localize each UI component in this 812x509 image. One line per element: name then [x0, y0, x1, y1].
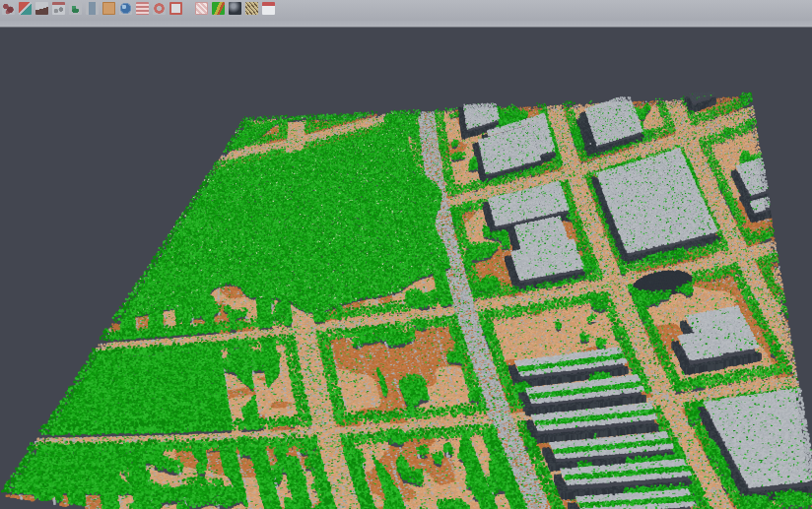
selection-brackets-icon[interactable] — [169, 2, 182, 15]
application-window — [0, 0, 812, 509]
contour-map-icon[interactable] — [245, 2, 258, 15]
3d-viewport[interactable] — [0, 28, 812, 509]
vegetation-class-icon[interactable] — [69, 2, 82, 15]
globe-icon[interactable] — [119, 2, 132, 15]
swap-colors-icon[interactable] — [19, 2, 32, 15]
viewport-container — [0, 28, 812, 509]
flag-icon[interactable] — [262, 2, 275, 15]
list-red-icon[interactable] — [136, 2, 149, 15]
ground-class-icon[interactable] — [102, 2, 115, 15]
classification-samples-icon[interactable] — [2, 2, 15, 15]
histogram-icon[interactable] — [52, 2, 65, 15]
target-ring-icon[interactable] — [153, 2, 166, 15]
terrain-model-icon[interactable] — [35, 2, 48, 15]
water-column-icon[interactable] — [86, 2, 99, 15]
sphere-icon[interactable] — [229, 2, 241, 15]
toolbar-separator — [0, 21, 812, 28]
main-toolbar — [0, 0, 812, 21]
checkerboard-icon[interactable] — [195, 2, 208, 15]
classification-map-icon[interactable] — [212, 2, 225, 15]
